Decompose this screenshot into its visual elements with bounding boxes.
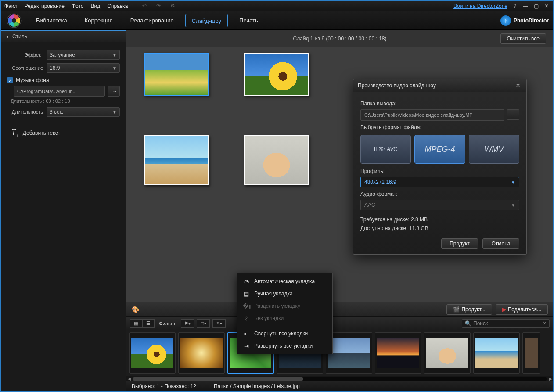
status-selected: Выбрано: 1 - Показано: 12 — [132, 383, 196, 389]
filter-label-chip[interactable]: ◻▾ — [197, 319, 210, 328]
ctx-auto-stack[interactable]: ◔Автоматическая укладка — [237, 275, 332, 288]
ctx-expand-all[interactable]: ⇥Развернуть все укладки — [237, 340, 332, 352]
minimize-icon[interactable]: — — [522, 3, 529, 9]
menubar: Файл Редактирование Фото Вид Справка ↶ ↷… — [1, 1, 553, 11]
ctx-split-stack: �⫿Разделить укладку — [237, 300, 332, 312]
brand: ↑ PhotoDirector — [500, 15, 549, 26]
filter-rating[interactable]: ✎▾ — [212, 319, 226, 328]
film-thumb[interactable] — [424, 332, 471, 374]
menu-view[interactable]: Вид — [91, 3, 101, 9]
grid-view-button[interactable]: ▦ — [130, 319, 142, 328]
clear-search-icon[interactable]: ✕ — [543, 320, 547, 326]
format-label: Выбрать формат файла: — [360, 124, 519, 130]
style-panel-header[interactable]: ▼ Стиль — [1, 30, 126, 42]
clear-all-button[interactable]: Очистить все — [500, 33, 546, 44]
film-thumb[interactable] — [178, 332, 225, 374]
slide-thumb-1[interactable] — [144, 53, 209, 96]
duration-dropdown[interactable]: 3 сек.▼ — [47, 107, 120, 117]
film-thumb[interactable] — [522, 332, 540, 374]
style-panel-title: Стиль — [12, 33, 27, 40]
close-icon[interactable]: ✕ — [543, 3, 550, 9]
profile-dropdown[interactable]: 480x272 16:9▼ — [360, 177, 519, 187]
redo-icon[interactable]: ↷ — [156, 3, 163, 10]
browse-music-button[interactable]: ⋯ — [108, 86, 120, 97]
upload-icon: ↑ — [500, 15, 511, 26]
text-icon: T+ — [11, 128, 18, 138]
palette-icon[interactable]: 🎨 — [132, 306, 139, 313]
scroll-left-icon[interactable]: ◀ — [126, 376, 132, 381]
browse-output-button[interactable]: ⋯ — [507, 109, 519, 120]
search-input[interactable]: 🔍 Поиск ✕ — [462, 319, 550, 328]
output-path-input[interactable]: C:\Users\Public\Videos\Мое видео слайд-ш… — [360, 109, 504, 121]
film-thumb[interactable] — [129, 332, 176, 374]
tab-print[interactable]: Печать — [233, 14, 264, 27]
format-h264-button[interactable]: H.264AVC — [360, 135, 411, 164]
audio-dropdown: AAC▼ — [360, 200, 519, 210]
chevron-down-icon: ▼ — [5, 34, 10, 39]
signin-link[interactable]: Войти на DirectorZone — [453, 3, 507, 9]
list-view-button[interactable]: ☰ — [142, 319, 155, 328]
expand-icon: ⇥ — [243, 343, 250, 349]
svg-point-1 — [12, 18, 16, 23]
tab-slideshow[interactable]: Слайд-шоу — [185, 14, 228, 27]
menu-help[interactable]: Справка — [107, 3, 128, 9]
music-path-input[interactable]: C:\ProgramData\CyberLin... — [14, 86, 105, 97]
search-placeholder: Поиск — [473, 320, 488, 327]
menu-photo[interactable]: Фото — [72, 3, 84, 9]
split-stack-icon: �⫿ — [243, 303, 250, 309]
ctx-no-stack: ⊘Без укладки — [237, 312, 332, 324]
ctx-manual-stack[interactable]: ▤Ручная укладка — [237, 288, 332, 300]
ctx-collapse-all[interactable]: ⇤Свернуть все укладки — [237, 327, 332, 340]
maximize-icon[interactable]: ▢ — [533, 3, 539, 9]
bgmusic-checkbox[interactable]: ✓ Музыка фона — [7, 77, 120, 83]
filter-flag[interactable]: ⚑▾ — [181, 319, 194, 328]
dialog-cancel-button[interactable]: Отмена — [482, 238, 519, 249]
add-text-button[interactable]: T+ Добавить текст — [7, 126, 120, 141]
menu-edit[interactable]: Редактирование — [25, 3, 65, 9]
produce-button[interactable]: 🎬Продукт... — [446, 304, 492, 315]
tab-library[interactable]: Библиотека — [30, 14, 73, 27]
search-icon: 🔍 — [465, 320, 471, 327]
scroll-right-icon[interactable]: ▶ — [548, 376, 553, 381]
bgmusic-label: Музыка фона — [16, 77, 49, 83]
profile-label: Профиль: — [360, 168, 519, 174]
app-logo — [1, 11, 27, 30]
effect-label: Эффект — [7, 52, 47, 58]
transport-bar: 🎨 ⏮ ▶ ⏭ 🎬Продукт... ▶Поделиться... — [126, 302, 553, 316]
tabs-bar: Библиотека Коррекция Редактирование Слай… — [1, 11, 553, 30]
slide-thumb-2[interactable] — [244, 53, 309, 96]
slide-thumb-3[interactable] — [144, 135, 209, 185]
filmstrip-scrollbar[interactable]: ◀ ▶ — [126, 376, 553, 381]
format-mpeg4-button[interactable]: MPEG-4 — [414, 135, 465, 164]
context-menu: ◔Автоматическая укладка ▤Ручная укладка … — [237, 273, 333, 354]
sidebar: ▼ Стиль Эффект Затухание▼ Соотношение 16… — [1, 30, 126, 391]
slide-info-row: Слайд 1 из 6 (00 : 00 : 00 / 00 : 00 : 1… — [126, 30, 553, 47]
film-thumb[interactable] — [375, 332, 421, 374]
format-wmv-button[interactable]: WMV — [469, 135, 519, 164]
dialog-ok-button[interactable]: Продукт — [441, 238, 478, 249]
tab-correction[interactable]: Коррекция — [79, 14, 119, 27]
collapse-icon: ⇤ — [243, 331, 250, 337]
slide-thumb-4[interactable] — [244, 135, 309, 185]
slide-info: Слайд 1 из 6 (00 : 00 : 00 / 00 : 00 : 1… — [293, 36, 386, 42]
undo-icon[interactable]: ↶ — [142, 3, 149, 10]
film-thumb[interactable] — [473, 332, 520, 374]
brand-label: PhotoDirector — [514, 18, 549, 24]
separator — [237, 326, 332, 326]
menu-file[interactable]: Файл — [4, 3, 18, 9]
add-text-label: Добавить текст — [23, 130, 60, 136]
share-button[interactable]: ▶Поделиться... — [496, 304, 548, 315]
music-duration-label: Длительность : 00 : 02 : 18 — [11, 98, 120, 104]
dialog-titlebar[interactable]: Производство видео слайд-шоу ✕ — [353, 79, 526, 92]
separator — [135, 3, 135, 10]
ratio-label: Соотношение — [7, 65, 47, 71]
help-icon[interactable]: ? — [512, 3, 518, 9]
effect-dropdown[interactable]: Затухание▼ — [47, 50, 120, 60]
audio-label: Аудио-формат: — [360, 191, 519, 197]
check-icon: ✓ — [7, 77, 13, 83]
dialog-close-icon[interactable]: ✕ — [514, 82, 522, 90]
gear-icon[interactable]: ⚙ — [170, 3, 177, 10]
tab-editing[interactable]: Редактирование — [124, 14, 180, 27]
scroll-handle[interactable] — [133, 377, 303, 381]
ratio-dropdown[interactable]: 16:9▼ — [47, 63, 120, 73]
